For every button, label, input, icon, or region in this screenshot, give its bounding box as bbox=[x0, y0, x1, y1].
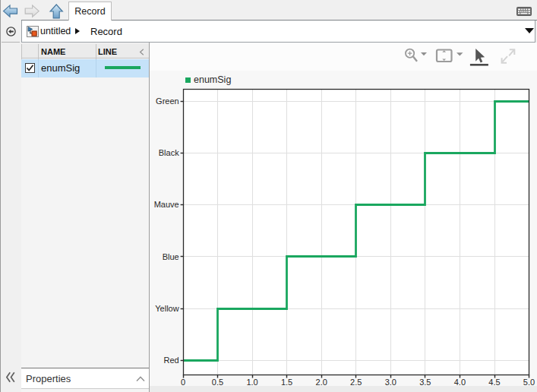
svg-text:enumSig: enumSig bbox=[194, 74, 231, 85]
svg-text:0.5: 0.5 bbox=[212, 378, 223, 387]
svg-text:3.5: 3.5 bbox=[419, 378, 431, 387]
svg-text:4.0: 4.0 bbox=[454, 378, 466, 387]
svg-text:1.5: 1.5 bbox=[281, 378, 292, 387]
svg-text:1.0: 1.0 bbox=[246, 378, 257, 387]
svg-text:3.0: 3.0 bbox=[385, 378, 396, 387]
svg-text:Blue: Blue bbox=[163, 252, 179, 261]
svg-text:Red: Red bbox=[164, 356, 179, 365]
svg-text:2.0: 2.0 bbox=[316, 378, 327, 387]
svg-text:Yellow: Yellow bbox=[155, 304, 178, 313]
svg-text:2.5: 2.5 bbox=[350, 378, 362, 387]
svg-text:0: 0 bbox=[181, 378, 185, 387]
svg-text:Black: Black bbox=[159, 148, 179, 157]
svg-text:5.0: 5.0 bbox=[523, 378, 535, 387]
svg-text:Green: Green bbox=[156, 96, 179, 106]
svg-text:Mauve: Mauve bbox=[154, 200, 179, 209]
svg-text:4.5: 4.5 bbox=[488, 378, 500, 387]
